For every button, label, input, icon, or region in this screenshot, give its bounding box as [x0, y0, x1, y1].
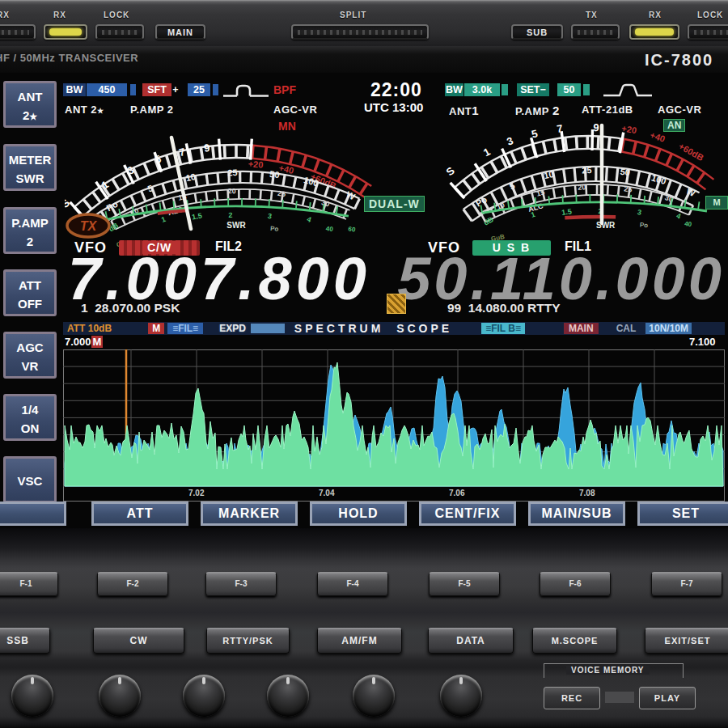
svg-text:7: 7: [556, 122, 563, 135]
svg-text:40: 40: [684, 220, 693, 228]
svg-text:1: 1: [160, 215, 167, 224]
svg-text:50: 50: [269, 169, 281, 180]
svg-text:5: 5: [153, 152, 163, 166]
svg-text:20: 20: [228, 187, 236, 195]
svg-text:9: 9: [203, 142, 210, 154]
svg-text:4: 4: [675, 212, 682, 221]
svg-text:+20: +20: [248, 159, 264, 170]
svg-text:9: 9: [593, 121, 599, 133]
svg-text:25: 25: [582, 165, 592, 175]
svg-text:4: 4: [306, 215, 312, 224]
svg-text:50: 50: [620, 167, 631, 178]
svg-text:1.5: 1.5: [561, 207, 572, 217]
svg-text:60: 60: [348, 225, 357, 234]
svg-text:25: 25: [624, 184, 633, 193]
svg-text:S: S: [444, 164, 458, 178]
svg-text:40: 40: [325, 225, 334, 233]
svg-text:100: 100: [650, 172, 667, 186]
svg-text:1.5: 1.5: [191, 212, 202, 222]
svg-text:Po: Po: [640, 222, 649, 230]
svg-text:+40: +40: [649, 130, 667, 144]
svg-text:25: 25: [227, 167, 238, 177]
svg-text:dB: dB: [482, 215, 495, 227]
svg-text:SWR: SWR: [596, 221, 616, 230]
svg-text:1: 1: [481, 146, 493, 159]
svg-text:5: 5: [508, 180, 516, 191]
svg-text:2: 2: [228, 211, 232, 219]
svg-text:10: 10: [185, 171, 197, 183]
svg-text:3: 3: [637, 208, 642, 217]
svg-text:3: 3: [505, 134, 514, 148]
svg-text:SWR: SWR: [226, 221, 246, 230]
svg-text:3: 3: [267, 212, 273, 221]
svg-text:TX: TX: [80, 219, 98, 233]
svg-text:10: 10: [543, 169, 554, 180]
svg-text:20: 20: [578, 183, 586, 192]
svg-text:Po: Po: [270, 225, 279, 233]
svg-text:Po: Po: [105, 199, 120, 213]
svg-text:25: 25: [277, 189, 286, 198]
svg-text:30: 30: [320, 198, 331, 208]
